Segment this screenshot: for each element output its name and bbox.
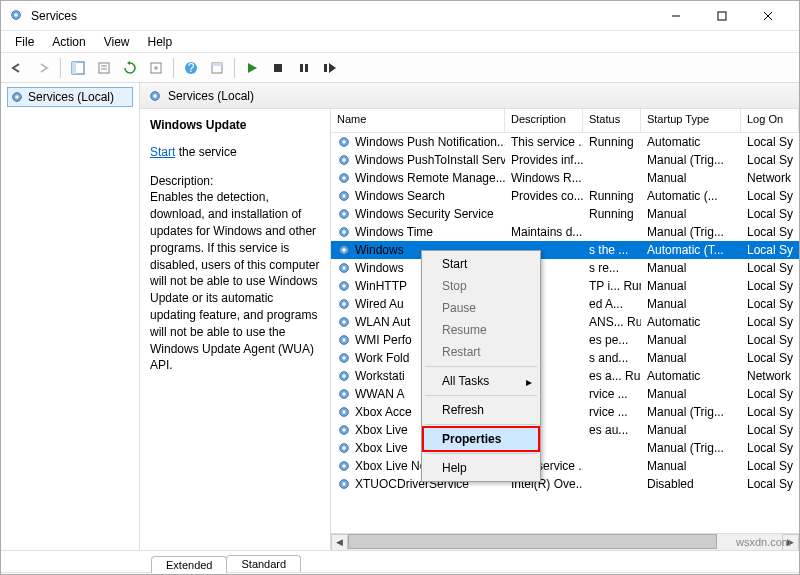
gear-icon [337,351,351,365]
service-row[interactable]: Windows PushToInstall Serv...Provides in… [331,151,799,169]
ctx-stop[interactable]: Stop [424,275,538,297]
services-icon [9,8,25,24]
restart-service-button[interactable] [318,56,342,80]
ctx-start[interactable]: Start [424,253,538,275]
refresh-button[interactable] [118,56,142,80]
forward-button[interactable] [31,56,55,80]
gear-icon [337,207,351,221]
svg-point-37 [342,248,346,252]
tree-node-label: Services (Local) [28,90,114,104]
service-row[interactable]: Xbox Livees au...ManualLocal Sy [331,421,799,439]
start-service-link[interactable]: Start [150,145,175,159]
tab-extended[interactable]: Extended [151,556,227,573]
menu-view[interactable]: View [96,33,138,51]
detail-header-title: Services (Local) [168,89,254,103]
gear-icon [148,89,162,103]
service-row[interactable]: WMI Perfoes pe...ManualLocal Sy [331,331,799,349]
gear-icon [337,261,351,275]
col-description[interactable]: Description [505,109,583,132]
svg-rect-8 [99,63,109,73]
svg-point-61 [342,464,346,468]
menubar: File Action View Help [1,31,799,53]
ctx-help[interactable]: Help [424,457,538,479]
svg-point-25 [342,140,346,144]
service-row[interactable]: Windows TimeMaintains d...Manual (Trig..… [331,223,799,241]
minimize-button[interactable] [653,1,699,31]
svg-rect-19 [324,64,327,72]
view-button[interactable] [205,56,229,80]
service-list[interactable]: Name Description Status Startup Type Log… [330,109,799,550]
help-button[interactable]: ? [179,56,203,80]
gear-icon [337,387,351,401]
menu-file[interactable]: File [7,33,42,51]
svg-point-51 [342,374,346,378]
ctx-all-tasks[interactable]: All Tasks▸ [424,370,538,392]
titlebar: Services [1,1,799,31]
properties-toolbar-button[interactable] [92,56,116,80]
window-title: Services [31,9,653,23]
col-status[interactable]: Status [583,109,641,132]
service-row[interactable]: Windows Push Notification...This service… [331,133,799,151]
service-row[interactable]: Xbox LiveManual (Trig...Local Sy [331,439,799,457]
ctx-resume[interactable]: Resume [424,319,538,341]
toolbar: ? [1,53,799,83]
col-name[interactable]: Name [331,109,505,132]
gear-icon [337,171,351,185]
service-row[interactable]: Windows Security ServiceRunningManualLoc… [331,205,799,223]
gear-icon [337,297,351,311]
watermark: wsxdn.com [736,536,791,548]
console-tree[interactable]: Services (Local) [1,83,140,550]
gear-icon [10,90,24,104]
back-button[interactable] [5,56,29,80]
col-log-on-as[interactable]: Log On [741,109,799,132]
ctx-restart[interactable]: Restart [424,341,538,363]
view-tabs: Extended Standard [1,550,799,572]
scroll-thumb[interactable] [348,534,717,549]
ctx-refresh[interactable]: Refresh [424,399,538,421]
service-row[interactable]: WinHTTPTP i... RunningManualLocal Sy [331,277,799,295]
export-button[interactable] [144,56,168,80]
service-row[interactable]: XTUOCDriverServiceIntel(R) Ove...Disable… [331,475,799,493]
service-row[interactable]: Work Folds and...ManualLocal Sy [331,349,799,367]
gear-icon [337,279,351,293]
gear-icon [337,477,351,491]
menu-help[interactable]: Help [140,33,181,51]
ctx-properties[interactable]: Properties [422,426,540,452]
show-hide-tree-button[interactable] [66,56,90,80]
column-headers[interactable]: Name Description Status Startup Type Log… [331,109,799,133]
gear-icon [337,441,351,455]
gear-icon [337,189,351,203]
tab-standard[interactable]: Standard [226,555,301,572]
gear-icon [337,135,351,149]
service-row[interactable]: WLAN AutANS... RunningAutomaticLocal Sy [331,313,799,331]
svg-rect-3 [718,12,726,20]
start-service-button[interactable] [240,56,264,80]
context-menu: Start Stop Pause Resume Restart All Task… [421,250,541,482]
service-row[interactable]: Workstaties a... RunningAutomaticNetwork [331,367,799,385]
service-row[interactable]: Xbox Accervice ...Manual (Trig...Local S… [331,403,799,421]
service-row[interactable]: Wired Aued A...ManualLocal Sy [331,295,799,313]
svg-point-35 [342,230,346,234]
extended-info-pane: Windows Update Start the service Descrip… [140,109,330,550]
tree-node-services-local[interactable]: Services (Local) [7,87,133,107]
service-row[interactable]: Windowss re...ManualLocal Sy [331,259,799,277]
maximize-button[interactable] [699,1,745,31]
gear-icon [337,423,351,437]
ctx-pause[interactable]: Pause [424,297,538,319]
service-row[interactable]: WWAN Arvice ...ManualLocal Sy [331,385,799,403]
scroll-left-button[interactable]: ◀ [331,534,348,551]
chevron-right-icon: ▸ [526,375,532,389]
service-row[interactable]: Xbox Live Networking ServiceThis service… [331,457,799,475]
menu-action[interactable]: Action [44,33,93,51]
service-row[interactable]: Windows Remote Manage...Windows R...Manu… [331,169,799,187]
stop-service-button[interactable] [266,56,290,80]
svg-point-33 [342,212,346,216]
svg-point-1 [14,13,18,17]
svg-point-55 [342,410,346,414]
service-row[interactable]: Windows SearchProvides co...RunningAutom… [331,187,799,205]
service-row[interactable]: Windowss the ...Automatic (T...Local Sy [331,241,799,259]
horizontal-scrollbar[interactable]: ◀ ▶ [331,533,799,550]
close-button[interactable] [745,1,791,31]
col-startup-type[interactable]: Startup Type [641,109,741,132]
pause-service-button[interactable] [292,56,316,80]
